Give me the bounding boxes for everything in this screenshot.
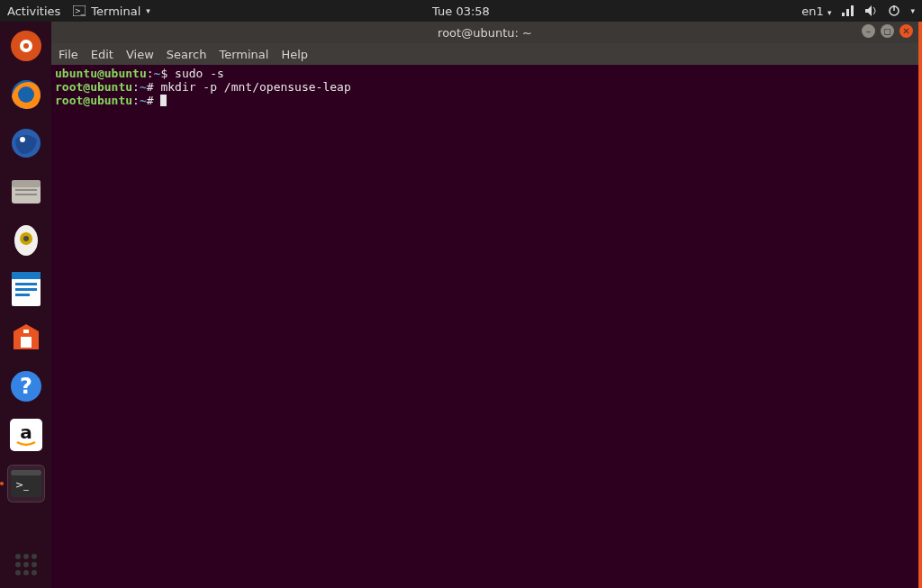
- svg-rect-18: [15, 194, 37, 195]
- thunderbird-icon[interactable]: [7, 124, 45, 162]
- dock: ? a >_: [0, 22, 51, 588]
- power-icon[interactable]: [889, 5, 899, 16]
- menu-help[interactable]: Help: [281, 48, 308, 61]
- svg-rect-24: [15, 283, 37, 285]
- maximize-button[interactable]: ◻: [881, 24, 894, 38]
- svg-point-14: [20, 137, 25, 142]
- menu-search[interactable]: Search: [167, 48, 207, 61]
- svg-rect-26: [15, 294, 30, 296]
- terminal-glyph-icon: >_: [73, 5, 86, 16]
- chevron-down-icon: ▾: [827, 8, 832, 17]
- svg-rect-23: [12, 272, 41, 279]
- svg-rect-17: [15, 189, 37, 191]
- chevron-down-icon: ▾: [910, 6, 915, 15]
- input-language[interactable]: en1 ▾: [801, 5, 831, 18]
- svg-rect-16: [12, 180, 41, 187]
- svg-point-10: [23, 43, 29, 49]
- filemanager-icon[interactable]: [7, 173, 45, 211]
- svg-rect-28: [23, 330, 29, 333]
- terminal-icon[interactable]: >_: [7, 465, 45, 502]
- menu-bar: File Edit View Search Terminal Help: [51, 43, 918, 65]
- network-icon[interactable]: [842, 5, 854, 16]
- window-titlebar[interactable]: root@ubuntu: ~ – ◻ ✕: [51, 22, 918, 43]
- app-menu[interactable]: >_ Terminal ▾: [73, 5, 149, 18]
- svg-rect-2: [842, 13, 845, 16]
- top-panel: Activities >_ Terminal ▾ Tue 03:58 en1 ▾…: [0, 0, 922, 22]
- svg-text:>_: >_: [15, 479, 29, 491]
- cursor: [160, 95, 167, 106]
- terminal-body[interactable]: ubuntu@ubuntu:~$ sudo -sroot@ubuntu:~# m…: [51, 65, 918, 588]
- show-applications-button[interactable]: [15, 554, 37, 575]
- svg-rect-25: [15, 288, 37, 291]
- svg-text:?: ?: [20, 374, 32, 399]
- terminal-line: root@ubuntu:~#: [55, 94, 915, 107]
- window-title: root@ubuntu: ~: [438, 26, 532, 40]
- amazon-icon[interactable]: a: [7, 416, 45, 454]
- close-button[interactable]: ✕: [899, 24, 913, 38]
- help-icon[interactable]: ?: [7, 367, 45, 405]
- menu-view[interactable]: View: [126, 48, 154, 61]
- volume-icon[interactable]: [865, 5, 878, 16]
- minimize-button[interactable]: –: [862, 24, 875, 38]
- menu-terminal[interactable]: Terminal: [219, 48, 268, 61]
- desktop: ? a >_ root@ubuntu: ~ – ◻ ✕ File Edit Vi…: [0, 22, 922, 588]
- menu-file[interactable]: File: [59, 48, 78, 61]
- clock[interactable]: Tue 03:58: [432, 5, 490, 18]
- activities-button[interactable]: Activities: [7, 5, 60, 18]
- menu-edit[interactable]: Edit: [91, 48, 113, 61]
- svg-point-21: [23, 236, 29, 241]
- svg-rect-3: [846, 9, 849, 16]
- files-icon[interactable]: [7, 27, 45, 65]
- rhythmbox-icon[interactable]: [7, 222, 45, 259]
- terminal-line: ubuntu@ubuntu:~$ sudo -s: [55, 67, 915, 80]
- svg-rect-27: [21, 337, 32, 348]
- chevron-down-icon: ▾: [146, 6, 150, 15]
- svg-text:>_: >_: [75, 7, 86, 15]
- svg-marker-5: [865, 5, 872, 16]
- app-menu-label: Terminal: [91, 5, 140, 18]
- svg-point-12: [18, 86, 34, 103]
- firefox-icon[interactable]: [7, 76, 45, 113]
- svg-rect-4: [851, 5, 854, 16]
- terminal-window: root@ubuntu: ~ – ◻ ✕ File Edit View Sear…: [51, 22, 922, 588]
- terminal-line: root@ubuntu:~# mkdir -p /mnt/opensuse-le…: [55, 80, 915, 94]
- svg-rect-34: [11, 470, 41, 475]
- writer-icon[interactable]: [7, 270, 45, 308]
- software-icon[interactable]: [7, 319, 45, 357]
- svg-text:a: a: [20, 421, 32, 443]
